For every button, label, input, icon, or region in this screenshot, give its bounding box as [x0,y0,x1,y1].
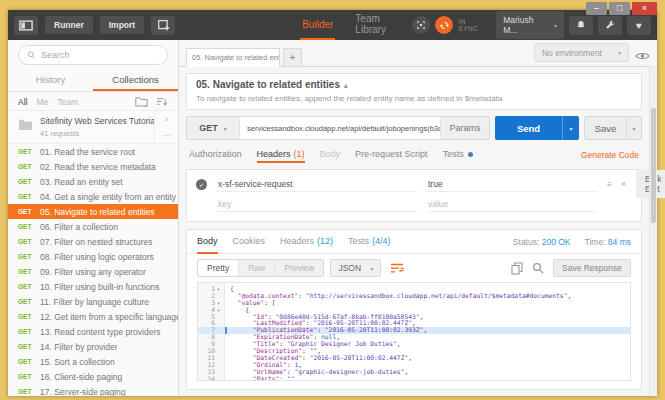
import-button[interactable]: Import [100,16,144,34]
sync-button[interactable] [435,16,453,34]
header-value-field[interactable]: true [427,177,597,192]
sidebar-request-item[interactable]: GET17. Server-side paging [8,384,178,396]
scrollbar-thumb[interactable] [651,108,656,223]
collapse-icon[interactable]: ▴ [344,82,348,89]
request-tab-authorization[interactable]: Authorization [189,147,242,163]
sidebar-request-item[interactable]: GET15. Sort a collection [8,354,178,369]
collection-header[interactable]: Sitefinity Web Services Tutorial☆ 41 req… [8,110,178,144]
sidebar-request-item[interactable]: GET16. Client-side paging [8,369,178,384]
new-key-input[interactable] [218,199,416,209]
capture-button[interactable] [412,16,430,34]
main-scrollbar[interactable] [649,66,657,396]
response-panel: BodyCookiesHeaders(12)Tests(4/4) Status:… [186,229,642,390]
collection-name: Sitefinity Web Services Tutorial [40,116,154,126]
filter-team[interactable]: Team [57,97,78,107]
send-options-button[interactable]: ▾ [562,116,579,140]
format-select[interactable]: JSON ▾ [330,259,381,277]
response-tab-tests[interactable]: Tests(4/4) [348,230,391,254]
user-name: Mariush M... [503,15,546,35]
request-content: 05. Navigate to related entities▴ To nav… [179,66,657,396]
send-button[interactable]: Send ▾ [495,116,579,140]
fold-icon[interactable]: ▾ [217,286,222,293]
view-mode-pretty[interactable]: Pretty [198,260,239,276]
tab-history[interactable]: History [8,69,93,91]
favorites-button[interactable]: ♥ [627,16,651,35]
environment-preview-button[interactable] [635,47,650,65]
tab-builder[interactable]: Builder [300,10,335,40]
response-tab-cookies[interactable]: Cookies [233,230,266,254]
maximize-button[interactable]: □ [609,2,630,15]
sidebar-request-item[interactable]: GET09. Filter using any operator [8,264,178,279]
request-tabs: AuthorizationHeaders(1)BodyPre-request S… [186,147,642,163]
response-tab-body[interactable]: Body [197,230,218,254]
sidebar-request-item[interactable]: GET14. Filter by provider [8,339,178,354]
request-tab[interactable]: 05. Navigate to related entit [186,48,280,67]
save-button[interactable]: Save ▾ [584,116,642,140]
request-tab-headers[interactable]: Headers(1) [257,147,305,163]
tab-collections[interactable]: Collections [93,69,178,91]
tab-team-library[interactable]: Team Library [353,10,412,40]
sidebar-request-item[interactable]: GET10. Filter using built-in functions [8,279,178,294]
sort-icon[interactable] [156,97,168,107]
copy-icon[interactable] [511,262,523,275]
method-select[interactable]: GET ▾ [187,117,239,139]
sidebar-request-item[interactable]: GET06. Filter a collection [8,219,178,234]
request-tab-body[interactable]: Body [320,147,341,163]
params-button[interactable]: Params [441,117,489,139]
header-checkbox[interactable]: ✓ [196,179,207,190]
header-key-field[interactable]: x-sf-service-request [217,177,417,192]
sidebar-request-item[interactable]: GET11. Filter by language culture [8,294,178,309]
new-value-input[interactable] [428,199,596,209]
filter-all[interactable]: All [18,97,27,107]
environment-selector[interactable]: No environment ▾ [534,43,629,62]
method-badge: GET [18,268,34,275]
request-label: 11. Filter by language culture [40,297,149,307]
support-button[interactable] [598,16,622,35]
request-tab-pre-request-script[interactable]: Pre-request Script [355,147,428,163]
sidebar-request-item[interactable]: GET05. Navigate to related entities [8,204,178,219]
sidebar-request-item[interactable]: GET08. Filter using logic operators [8,249,178,264]
generate-code-link[interactable]: Generate Code [581,150,639,160]
view-mode-preview[interactable]: Preview [275,260,323,276]
request-tab-tests[interactable]: Tests [443,147,473,163]
save-options-button[interactable]: ▾ [626,117,641,139]
sidebar-request-item[interactable]: GET03. Read an entity set [8,174,178,189]
search-input[interactable] [41,50,159,60]
tab-count: (12) [317,236,333,246]
filter-me[interactable]: Me [36,97,48,107]
search-response-icon[interactable] [532,262,544,274]
view-mode-raw[interactable]: Raw [239,260,275,276]
window-controls: – □ × [586,2,657,15]
user-menu[interactable]: Mariush M... ▾ [496,11,564,39]
request-label: 16. Client-side paging [40,372,122,382]
code-line: "@odata.context": "http://servicessandbo… [225,293,630,300]
collection-menu-button[interactable]: ··· [155,127,178,143]
request-label: 03. Read an entity set [40,177,123,187]
response-tab-headers[interactable]: Headers(12) [280,230,333,254]
runner-button[interactable]: Runner [45,16,93,34]
new-window-button[interactable] [151,16,175,35]
sidebar-request-item[interactable]: GET12. Get item from a specific language… [8,309,178,324]
collection-expand-button[interactable]: › [155,111,178,127]
sidebar-request-item[interactable]: GET04. Get a single entity from an entit… [8,189,178,204]
minimize-button[interactable]: – [586,2,607,15]
notifications-button[interactable] [569,16,593,35]
sidebar-request-item[interactable]: GET01. Read the service root [8,144,178,159]
sidebar-request-item[interactable]: GET07. Filter on nested structures [8,234,178,249]
sidebar-request-item[interactable]: GET13. Read content type providers [8,324,178,339]
response-body-viewer[interactable]: 1▾23▾4▾56789101112131415161718 { "@odata… [197,282,631,381]
drag-handle-icon[interactable]: ≡ [607,179,612,189]
url-input[interactable]: servicessandbox.cloudapp.net/api/default… [239,117,441,139]
new-tab-button[interactable]: + [283,48,302,67]
window-close-button[interactable]: × [632,2,657,15]
sidebar-request-item[interactable]: GET02. Read the service metadata [8,159,178,174]
delete-row-icon[interactable]: × [621,179,626,189]
method-badge: GET [18,298,34,305]
wrap-lines-button[interactable] [387,259,407,277]
fold-icon[interactable]: ▾ [217,307,222,314]
new-folder-icon[interactable] [135,96,148,107]
sidebar-toggle-button[interactable] [14,16,38,35]
collection-filters: All Me Team [8,92,178,110]
fold-icon[interactable]: ▾ [217,300,222,307]
save-response-button[interactable]: Save Response [553,259,631,277]
